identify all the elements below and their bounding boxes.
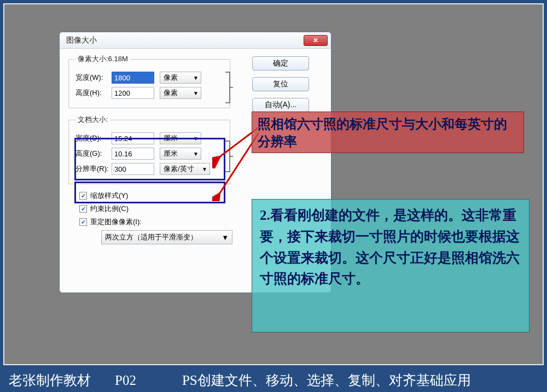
checkbox-icon: ✔: [79, 205, 87, 213]
chevron-down-icon: ▼: [193, 90, 199, 96]
interpolation-label: 两次立方（适用于平滑渐变）: [105, 232, 197, 242]
footer-title: PS创建文件、移动、选择、复制、对齐基础应用: [182, 371, 471, 389]
link-bracket-icon: [224, 140, 234, 173]
canvas-area: 图像大小 ✕ 像素大小:6.18M 宽度(W): 像素 ▼ 高度(H):: [3, 3, 544, 365]
footer-author: 老张制作教材: [9, 371, 91, 389]
scale-styles-label: 缩放样式(Y): [90, 191, 128, 201]
resolution-row: 分辨率(R): 像素/英寸 ▼: [75, 163, 223, 175]
doc-width-input[interactable]: [112, 132, 154, 144]
document-size-group: 文档大小: 宽度(D): 厘米 ▼ 高度(G): 厘米 ▼: [68, 115, 230, 184]
doc-height-unit-select[interactable]: 厘米 ▼: [160, 148, 201, 160]
checkbox-icon: ✔: [79, 218, 87, 226]
resolution-label: 分辨率(R):: [75, 164, 112, 174]
pixel-height-unit-select[interactable]: 像素 ▼: [160, 87, 201, 99]
unit-label: 像素: [164, 73, 178, 83]
resolution-unit-select[interactable]: 像素/英寸 ▼: [160, 163, 210, 175]
chevron-down-icon: ▼: [193, 151, 199, 157]
link-bracket-icon: [224, 71, 234, 104]
checkbox-icon: ✔: [79, 192, 87, 200]
doc-width-label: 宽度(D):: [75, 133, 112, 143]
pixel-height-input[interactable]: [112, 87, 154, 99]
chevron-down-icon: ▼: [193, 136, 199, 142]
doc-legend: 文档大小:: [75, 115, 110, 125]
footer-page: P02: [115, 373, 136, 388]
pixel-height-label: 高度(H):: [75, 88, 112, 98]
close-button[interactable]: ✕: [304, 35, 328, 46]
doc-height-row: 高度(G): 厘米 ▼: [75, 148, 223, 160]
pixel-dimensions-group: 像素大小:6.18M 宽度(W): 像素 ▼ 高度(H): 像素 ▼: [68, 54, 230, 108]
callout-red: 照相馆六寸照的标准尺寸与大小和每英寸的分辨率: [252, 112, 524, 153]
doc-width-row: 宽度(D): 厘米 ▼: [75, 132, 223, 144]
unit-label: 像素/英寸: [164, 164, 194, 174]
chevron-down-icon: ▼: [193, 75, 199, 81]
pixel-width-unit-select[interactable]: 像素 ▼: [160, 72, 201, 84]
pixel-height-row: 高度(H): 像素 ▼: [75, 87, 223, 99]
chevron-down-icon: ▼: [202, 166, 207, 172]
dialog-titlebar: 图像大小 ✕: [60, 32, 331, 49]
interpolation-select[interactable]: 两次立方（适用于平滑渐变） ▼: [101, 230, 232, 244]
pixel-width-input[interactable]: [112, 72, 154, 84]
callout-cyan: 2.看看刚创建的文件，是这样的。这非常重要，接下来裁切一寸照片的时候也要根据这个…: [252, 199, 529, 332]
constrain-label: 约束比例(C): [90, 204, 129, 214]
dialog-buttons: 确定 复位 自动(A)...: [252, 56, 309, 112]
close-icon: ✕: [313, 37, 318, 44]
pixel-width-label: 宽度(W):: [75, 73, 112, 83]
unit-label: 厘米: [164, 133, 178, 143]
doc-height-label: 高度(G):: [75, 149, 112, 159]
reset-button[interactable]: 复位: [252, 77, 309, 91]
unit-label: 像素: [164, 88, 178, 98]
doc-height-input[interactable]: [112, 148, 154, 160]
pixel-legend: 像素大小:6.18M: [75, 54, 130, 64]
ok-button[interactable]: 确定: [252, 56, 309, 71]
resolution-input[interactable]: [112, 163, 154, 175]
dialog-title: 图像大小: [66, 36, 304, 45]
unit-label: 厘米: [164, 149, 178, 159]
pixel-width-row: 宽度(W): 像素 ▼: [75, 72, 223, 84]
resample-label: 重定图像像素(I):: [90, 217, 142, 227]
footer-bar: 老张制作教材 P02 PS创建文件、移动、选择、复制、对齐基础应用: [0, 368, 547, 392]
chevron-down-icon: ▼: [222, 233, 229, 242]
auto-button[interactable]: 自动(A)...: [252, 98, 309, 112]
doc-width-unit-select[interactable]: 厘米 ▼: [160, 132, 201, 144]
